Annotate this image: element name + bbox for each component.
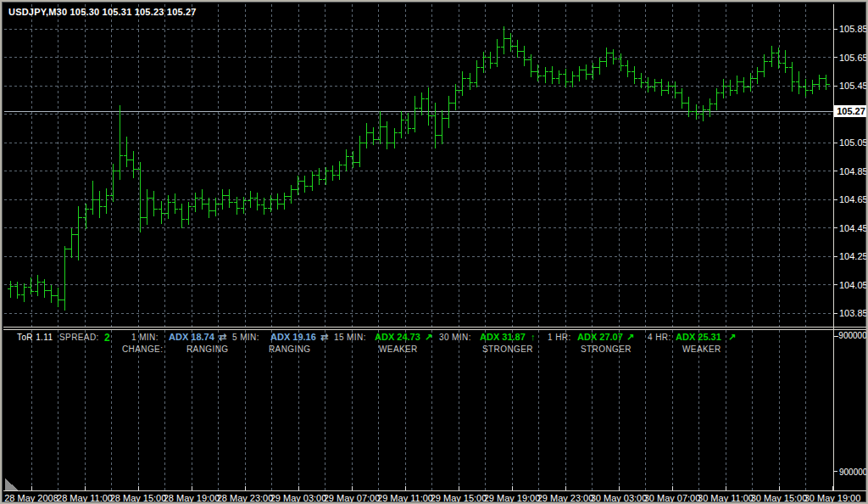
tf-label-30min: 30 MIN: [439, 333, 471, 342]
price-axis-label: 105.85 [839, 24, 868, 34]
time-axis-label: 30 May 19:00 [804, 493, 861, 503]
subwindow-scale-top: -9000000 [836, 331, 868, 340]
tf-label-15min: 15 MIN: [334, 333, 366, 342]
adx-state-30min: STRONGER [482, 344, 533, 354]
adx-value-5min: ADX 19.16 [270, 332, 316, 342]
subwindow-scale-bottom: 9000000 [839, 468, 868, 477]
adx-state-4hr: WEAKER [682, 344, 721, 354]
chart-title: USDJPY,M30 105.30 105.31 105.23 105.27 [8, 7, 197, 17]
price-axis-label: 104.45 [839, 223, 868, 233]
tf-label-1min: 1 MIN: [131, 333, 159, 342]
price-axis-label: 105.65 [839, 53, 868, 63]
chart-window: USDJPY,M30 105.30 105.31 105.23 105.27 1… [0, 0, 868, 504]
price-axis-label: 105.05 [839, 137, 868, 148]
price-axis-label: 104.65 [839, 194, 868, 204]
up-right-arrow-icon: ↗ [425, 332, 433, 343]
change-label: CHANGE: [122, 344, 163, 354]
time-axis-label: 30 May 03:00 [591, 493, 648, 503]
up-arrow-icon: ↑ [531, 332, 536, 342]
adx-value-1min: ADX 18.74 [169, 332, 214, 342]
time-axis-label: 29 May 23:00 [537, 493, 594, 503]
time-axis-label: 29 May 03:00 [270, 493, 327, 503]
time-axis-label: 29 May 19:00 [484, 493, 541, 503]
time-axis-label: 28 May 2008 [4, 493, 58, 503]
up-right-arrow-icon: ↗ [626, 332, 635, 343]
adx-state-1min: RANGING [186, 344, 228, 354]
price-axis-label: 104.25 [839, 251, 868, 261]
time-axis-label: 29 May 11:00 [377, 493, 433, 503]
spread-label: SPREAD: [59, 333, 99, 342]
adx-state-5min: RANGING [269, 344, 310, 354]
adx-value-30min: ADX 31.87 [480, 332, 526, 342]
tf-label-1hr: 1 HR: [548, 333, 571, 342]
spread-value: 2 [104, 332, 110, 344]
price-axis-label: 105.45 [839, 81, 868, 91]
adx-state-1hr: STRONGER [581, 344, 632, 354]
price-axis-label: 103.85 [839, 308, 868, 318]
tf-label-4hr: 4 HR: [648, 333, 671, 342]
time-axis-label: 30 May 07:00 [644, 493, 701, 503]
price-chart-canvas[interactable] [2, 2, 868, 504]
price-axis-label: 104.85 [839, 166, 868, 176]
indicator-name: ToR 1.11 [17, 333, 53, 342]
time-axis-label: 30 May 15:00 [751, 493, 808, 503]
adx-value-4hr: ADX 25.31 [676, 332, 721, 342]
time-axis-label: 28 May 15:00 [110, 493, 167, 503]
time-axis-label: 28 May 11:00 [57, 493, 113, 503]
adx-state-15min: WEAKER [379, 344, 418, 354]
time-axis-label: 29 May 07:00 [324, 493, 381, 503]
time-axis-label: 28 May 23:00 [217, 493, 274, 503]
adx-value-15min: ADX 24.73 [375, 332, 420, 342]
time-axis-label: 28 May 19:00 [164, 493, 220, 503]
current-price-label: 105.27 [834, 105, 868, 117]
range-icon: ⇄ [320, 332, 329, 343]
time-axis-label: 30 May 11:00 [698, 493, 754, 503]
range-icon: ⇄ [219, 332, 227, 343]
price-axis-label: 104.05 [839, 280, 868, 290]
time-axis-label: 29 May 15:00 [431, 493, 487, 503]
scroll-wedge-icon [5, 479, 19, 490]
adx-value-1hr: ADX 27.07 [577, 332, 623, 342]
tf-label-5min: 5 MIN: [232, 333, 259, 342]
up-right-arrow-icon: ↗ [728, 332, 737, 343]
